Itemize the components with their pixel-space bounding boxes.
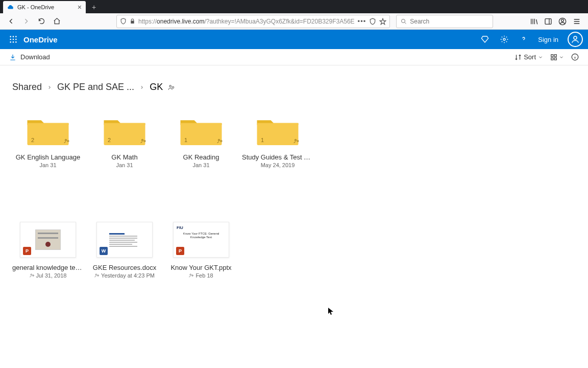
svg-point-26: [142, 140, 143, 141]
svg-point-4: [10, 36, 11, 37]
search-placeholder: Search: [410, 18, 429, 25]
tab-title: GK - OneDrive: [17, 4, 75, 10]
sort-button[interactable]: Sort: [514, 53, 543, 61]
svg-point-8: [13, 39, 14, 40]
svg-point-39: [192, 275, 193, 277]
svg-rect-17: [551, 58, 553, 60]
folder-count: 1: [261, 137, 264, 143]
item-name: general knowledge test ...: [12, 264, 84, 271]
breadcrumb-folder[interactable]: GK PE and SAE ...: [57, 82, 134, 93]
svg-point-14: [574, 36, 577, 39]
shared-icon: [30, 273, 35, 278]
new-tab-button[interactable]: +: [88, 1, 100, 13]
folder-count: 2: [108, 137, 111, 143]
svg-point-29: [218, 140, 220, 141]
sort-label: Sort: [524, 53, 536, 61]
folder-count: 1: [184, 137, 187, 143]
back-button[interactable]: [4, 15, 17, 28]
file-item[interactable]: P general knowledge test ... Jul 31, 201…: [12, 219, 84, 279]
chevron-right-icon: [47, 85, 52, 90]
svg-point-0: [402, 19, 405, 22]
shield-icon: [120, 18, 127, 25]
url-text: https://onedrive.live.com/?authkey=!AMbu…: [138, 18, 355, 25]
onedrive-logo[interactable]: OneDrive: [23, 35, 58, 44]
search-icon: [401, 18, 407, 25]
svg-point-7: [10, 39, 11, 40]
file-grid: 2 GK English Language Jan 31 2 GK Math J…: [0, 99, 588, 289]
breadcrumb-current: GK: [150, 82, 163, 93]
item-date: Jan 31: [39, 162, 56, 168]
app-launcher-icon[interactable]: [5, 31, 21, 48]
lock-icon: [130, 18, 135, 24]
svg-point-27: [144, 141, 145, 142]
command-bar: Download Sort: [0, 49, 588, 65]
item-name: GK Math: [111, 153, 137, 161]
svg-point-24: [67, 141, 69, 142]
forward-button[interactable]: [19, 15, 33, 28]
home-button[interactable]: [50, 15, 63, 28]
svg-point-3: [561, 19, 564, 21]
browser-toolbar: https://onedrive.live.com/?authkey=!AMbu…: [0, 13, 588, 30]
browser-search-bar[interactable]: Search: [396, 15, 493, 28]
view-button[interactable]: [550, 54, 564, 61]
signin-link[interactable]: Sign in: [538, 36, 558, 43]
page-actions-icon[interactable]: •••: [358, 17, 366, 25]
item-name: GK English Language: [16, 153, 80, 161]
menu-icon[interactable]: [573, 17, 581, 26]
item-date: Yesterday at 4:23 PM: [94, 272, 155, 279]
shared-icon: [94, 273, 100, 278]
item-name: GKE Resources.docx: [93, 264, 156, 271]
shared-icon: [189, 273, 194, 278]
reload-button[interactable]: [35, 15, 48, 28]
folder-item[interactable]: 2 GK Math Jan 31: [89, 109, 160, 168]
svg-point-6: [15, 36, 17, 37]
item-name: Know Your GKT.pptx: [170, 264, 231, 271]
settings-icon[interactable]: [499, 34, 509, 44]
reader-icon[interactable]: [369, 18, 376, 25]
library-icon[interactable]: [530, 17, 538, 26]
download-label: Download: [20, 53, 50, 61]
info-button[interactable]: [571, 53, 579, 61]
folder-item[interactable]: 1 GK Reading Jan 31: [165, 109, 237, 168]
svg-point-38: [190, 274, 191, 275]
browser-tab[interactable]: GK - OneDrive ×: [3, 1, 86, 13]
svg-rect-16: [554, 54, 556, 56]
premium-icon[interactable]: [480, 34, 490, 44]
download-button[interactable]: Download: [9, 53, 50, 61]
file-item[interactable]: FIU Know Your FTCE: General Knowledge Te…: [165, 219, 237, 279]
file-thumbnail: W: [96, 222, 153, 258]
svg-point-37: [97, 275, 99, 277]
svg-point-36: [95, 274, 97, 275]
item-name: Study Guides & Test Tips: [242, 153, 313, 161]
mouse-cursor: [328, 308, 333, 315]
avatar[interactable]: [568, 32, 583, 47]
folder-item[interactable]: 1 Study Guides & Test Tips May 24, 2019: [242, 109, 313, 168]
svg-point-23: [65, 140, 67, 141]
bookmark-icon[interactable]: [379, 18, 386, 25]
help-icon[interactable]: [519, 34, 529, 44]
powerpoint-badge-icon: P: [23, 247, 31, 255]
item-date: May 24, 2019: [261, 162, 295, 168]
item-date: Feb 18: [189, 272, 213, 279]
file-item[interactable]: W GKE Resources.docx Yesterday at 4:23 P…: [89, 219, 160, 279]
account-icon[interactable]: [558, 17, 567, 26]
svg-point-34: [31, 274, 32, 275]
close-tab-icon[interactable]: ×: [78, 4, 82, 11]
info-icon: [571, 53, 579, 61]
svg-point-11: [13, 41, 14, 43]
folder-item[interactable]: 2 GK English Language Jan 31: [12, 109, 84, 168]
sidebar-icon[interactable]: [544, 17, 552, 26]
grid-view-icon: [550, 54, 557, 61]
breadcrumb-shared[interactable]: Shared: [12, 82, 42, 93]
file-thumbnail: FIU Know Your FTCE: General Knowledge Te…: [173, 222, 229, 258]
svg-point-5: [13, 36, 14, 37]
url-bar[interactable]: https://onedrive.live.com/?authkey=!AMbu…: [116, 15, 390, 28]
shared-icon: [293, 138, 300, 144]
svg-point-30: [220, 141, 222, 142]
svg-point-13: [503, 38, 505, 40]
svg-point-12: [15, 41, 17, 43]
browser-tab-strip: GK - OneDrive × +: [0, 0, 588, 13]
item-date: Jan 31: [192, 162, 209, 168]
shared-icon: [168, 84, 175, 91]
svg-point-9: [15, 39, 17, 40]
